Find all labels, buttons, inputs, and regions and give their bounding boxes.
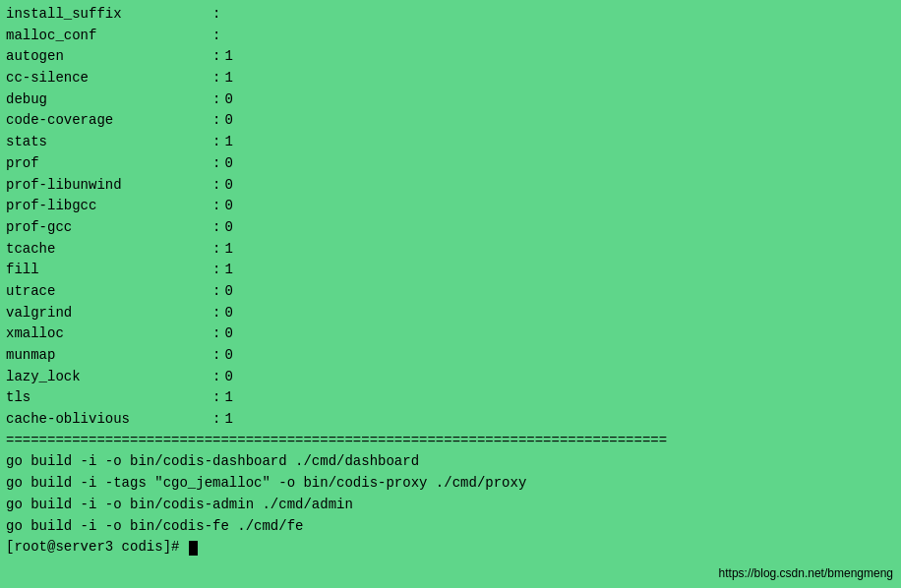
line-install-suffix: install_suffix : (6, 4, 895, 26)
key-tcache: tcache (6, 239, 212, 261)
val-cc-silence: 1 (224, 68, 232, 89)
line-lazy-lock: lazy_lock : 0 (6, 367, 895, 388)
colon-debug: : (212, 89, 220, 111)
key-cache-oblivious: cache-oblivious (6, 409, 212, 431)
key-prof: prof (6, 153, 212, 175)
key-tls: tls (6, 387, 212, 409)
line-tls: tls : 1 (6, 387, 895, 409)
val-stats: 1 (224, 132, 232, 153)
colon-cc-silence: : (212, 68, 220, 89)
command-fe: go build -i -o bin/codis-fe ./cmd/fe (6, 516, 895, 538)
key-autogen: autogen (6, 46, 212, 68)
val-cache-oblivious: 1 (224, 409, 232, 431)
colon-fill: : (212, 260, 220, 281)
line-prof-gcc: prof-gcc : 0 (6, 217, 895, 239)
key-munmap: munmap (6, 345, 212, 367)
line-munmap: munmap : 0 (6, 345, 895, 367)
key-valgrind: valgrind (6, 303, 212, 324)
line-utrace: utrace : 0 (6, 281, 895, 303)
key-prof-gcc: prof-gcc (6, 217, 212, 239)
colon-autogen: : (212, 46, 220, 68)
key-debug: debug (6, 89, 212, 111)
key-xmalloc: xmalloc (6, 323, 212, 345)
val-tls: 1 (224, 387, 232, 409)
colon-lazy-lock: : (212, 367, 220, 388)
key-stats: stats (6, 132, 212, 153)
val-prof: 0 (224, 153, 232, 175)
val-prof-libgcc: 0 (224, 196, 232, 217)
colon-tls: : (212, 387, 220, 409)
line-prof-libunwind: prof-libunwind : 0 (6, 175, 895, 197)
key-prof-libunwind: prof-libunwind (6, 175, 212, 197)
line-cache-oblivious: cache-oblivious : 1 (6, 409, 895, 431)
line-prof-libgcc: prof-libgcc : 0 (6, 196, 895, 217)
colon-code-coverage: : (212, 110, 220, 132)
line-xmalloc: xmalloc : 0 (6, 323, 895, 345)
val-prof-libunwind: 0 (224, 175, 232, 197)
val-fill: 1 (224, 260, 232, 281)
val-valgrind: 0 (224, 303, 232, 324)
line-autogen: autogen : 1 (6, 46, 895, 68)
colon-cache-oblivious: : (212, 409, 220, 431)
colon-tcache: : (212, 239, 220, 261)
prompt-text: [root@server3 codis]# (6, 537, 188, 559)
colon-prof: : (212, 153, 220, 175)
line-fill: fill : 1 (6, 260, 895, 281)
val-lazy-lock: 0 (224, 367, 232, 388)
line-prof: prof : 0 (6, 153, 895, 175)
colon-munmap: : (212, 345, 220, 367)
terminal: install_suffix : malloc_conf : autogen :… (0, 0, 901, 588)
colon-prof-libunwind: : (212, 175, 220, 197)
key-cc-silence: cc-silence (6, 68, 212, 89)
key-malloc-conf: malloc_conf (6, 26, 212, 47)
line-tcache: tcache : 1 (6, 239, 895, 261)
cursor (189, 541, 198, 556)
colon-prof-gcc: : (212, 217, 220, 239)
key-utrace: utrace (6, 281, 212, 303)
line-cc-silence: cc-silence : 1 (6, 68, 895, 89)
val-utrace: 0 (224, 281, 232, 303)
line-debug: debug : 0 (6, 89, 895, 111)
colon-utrace: : (212, 281, 220, 303)
command-dashboard: go build -i -o bin/codis-dashboard ./cmd… (6, 451, 895, 473)
key-lazy-lock: lazy_lock (6, 367, 212, 388)
watermark: https://blog.csdn.net/bmengmeng (719, 566, 893, 580)
val-munmap: 0 (224, 345, 232, 367)
colon-xmalloc: : (212, 323, 220, 345)
key-code-coverage: code-coverage (6, 110, 212, 132)
val-code-coverage: 0 (224, 110, 232, 132)
colon-stats: : (212, 132, 220, 153)
val-prof-gcc: 0 (224, 217, 232, 239)
val-xmalloc: 0 (224, 323, 232, 345)
val-debug: 0 (224, 89, 232, 111)
key-prof-libgcc: prof-libgcc (6, 196, 212, 217)
val-autogen: 1 (224, 46, 232, 68)
line-stats: stats : 1 (6, 132, 895, 153)
separator-line: ========================================… (6, 431, 895, 452)
command-proxy: go build -i -tags "cgo_jemalloc" -o bin/… (6, 473, 895, 495)
line-valgrind: valgrind : 0 (6, 303, 895, 324)
line-malloc-conf: malloc_conf : (6, 26, 895, 47)
command-admin: go build -i -o bin/codis-admin ./cmd/adm… (6, 495, 895, 516)
key-fill: fill (6, 260, 212, 281)
colon-valgrind: : (212, 303, 220, 324)
colon-malloc-conf: : (212, 26, 220, 47)
colon-prof-libgcc: : (212, 196, 220, 217)
colon-install-suffix: : (212, 4, 220, 26)
key-install-suffix: install_suffix (6, 4, 212, 26)
val-tcache: 1 (224, 239, 232, 261)
line-code-coverage: code-coverage : 0 (6, 110, 895, 132)
prompt-line[interactable]: [root@server3 codis]# (6, 537, 895, 559)
